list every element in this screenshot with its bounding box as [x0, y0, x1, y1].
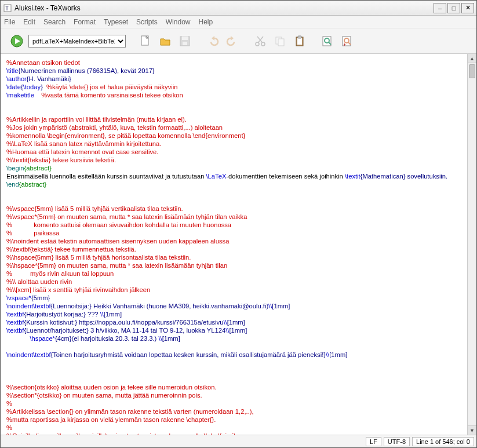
titlebar: T Aluksi.tex - TeXworks – □ ✕ [1, 1, 476, 16]
scroll-down-arrow[interactable]: ▼ [468, 425, 476, 435]
statusbar: LF UTF-8 Line 1 of 546; col 0 [1, 435, 476, 447]
svg-rect-18 [297, 38, 302, 45]
save-button[interactable] [177, 33, 193, 49]
engine-select[interactable]: pdfLaTeX+MakeIndex+BibTeX [28, 35, 126, 48]
menu-format[interactable]: Format [74, 18, 96, 26]
window-controls: – □ ✕ [434, 3, 474, 13]
svg-marker-9 [212, 36, 214, 41]
line-ending-indicator[interactable]: LF [366, 437, 381, 446]
menu-file[interactable]: File [4, 18, 15, 26]
maximize-button[interactable]: □ [447, 3, 460, 13]
cursor-position-indicator[interactable]: Line 1 of 546; col 0 [412, 437, 474, 446]
search-button[interactable] [319, 33, 336, 49]
source-editor[interactable]: %Annetaan otsikon tiedot \title{Numeerin… [1, 54, 476, 435]
menubar: File Edit Search Format Typeset Scripts … [1, 16, 476, 28]
replace-button[interactable] [339, 33, 355, 49]
editor-area: %Annetaan otsikon tiedot \title{Numeerin… [1, 54, 476, 435]
svg-line-14 [257, 37, 263, 43]
menu-edit[interactable]: Edit [23, 18, 35, 26]
toolbar: pdfLaTeX+MakeIndex+BibTeX [1, 28, 476, 54]
new-file-button[interactable] [137, 33, 154, 49]
menu-window[interactable]: Window [166, 18, 191, 26]
copy-button[interactable] [272, 33, 288, 49]
undo-button[interactable] [205, 33, 221, 49]
menu-typeset[interactable]: Typeset [104, 18, 128, 26]
svg-point-11 [256, 42, 259, 46]
close-button[interactable]: ✕ [461, 3, 474, 13]
svg-point-12 [261, 42, 265, 46]
scroll-thumb[interactable] [469, 64, 475, 78]
menu-help[interactable]: Help [198, 18, 213, 26]
redo-button[interactable] [224, 33, 241, 49]
scroll-up-arrow[interactable]: ▲ [468, 54, 476, 63]
svg-marker-10 [231, 36, 234, 41]
cut-button[interactable] [252, 33, 268, 49]
menu-scripts[interactable]: Scripts [136, 18, 158, 26]
window-title: Aluksi.tex - TeXworks [14, 4, 434, 12]
svg-line-13 [258, 37, 263, 43]
svg-text:T: T [5, 5, 9, 12]
vertical-scrollbar[interactable]: ▲ ▼ [467, 54, 476, 435]
minimize-button[interactable]: – [434, 3, 446, 13]
svg-rect-16 [278, 39, 284, 46]
encoding-indicator[interactable]: UTF-8 [384, 437, 410, 446]
svg-rect-19 [298, 36, 301, 38]
open-file-button[interactable] [157, 33, 173, 49]
paste-button[interactable] [292, 33, 308, 49]
typeset-run-button[interactable] [9, 33, 25, 49]
svg-rect-7 [182, 37, 188, 40]
app-icon: T [3, 3, 12, 13]
menu-search[interactable]: Search [43, 18, 65, 26]
svg-rect-8 [183, 42, 187, 45]
